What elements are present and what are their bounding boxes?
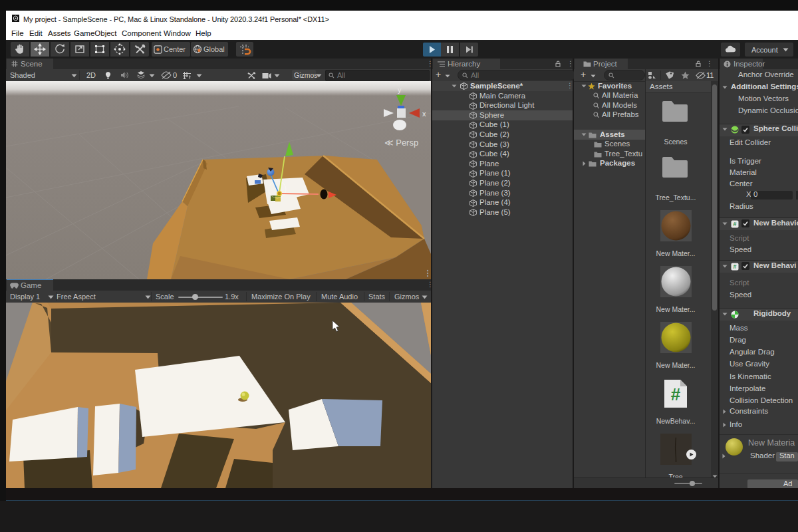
svg-text:#: #	[733, 263, 736, 270]
svg-text:#: #	[733, 221, 736, 227]
svg-text:y: y	[398, 86, 402, 94]
svg-text:#: #	[671, 384, 681, 404]
svg-text:≪ Persp: ≪ Persp	[384, 138, 418, 148]
svg-text:x: x	[422, 110, 426, 118]
